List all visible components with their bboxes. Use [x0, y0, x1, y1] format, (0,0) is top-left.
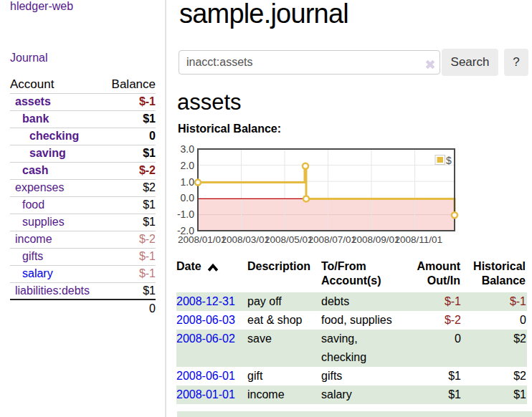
- svg-text:3.0: 3.0: [181, 143, 195, 155]
- svg-text:0.0: 0.0: [181, 192, 195, 203]
- svg-text:2008/01/01: 2008/01/01: [178, 234, 227, 245]
- svg-text:2008/05/01: 2008/05/01: [265, 234, 313, 245]
- svg-text:2.0: 2.0: [181, 160, 195, 171]
- svg-text:-1.0: -1.0: [177, 208, 194, 220]
- svg-text:2008/07/01: 2008/07/01: [308, 234, 357, 245]
- svg-text:1.0: 1.0: [181, 176, 195, 188]
- svg-text:$: $: [446, 155, 452, 166]
- svg-text:2008/03/01: 2008/03/01: [222, 234, 270, 245]
- svg-text:2008/09/01: 2008/09/01: [351, 234, 400, 245]
- svg-text:2008/11/01: 2008/11/01: [395, 234, 443, 245]
